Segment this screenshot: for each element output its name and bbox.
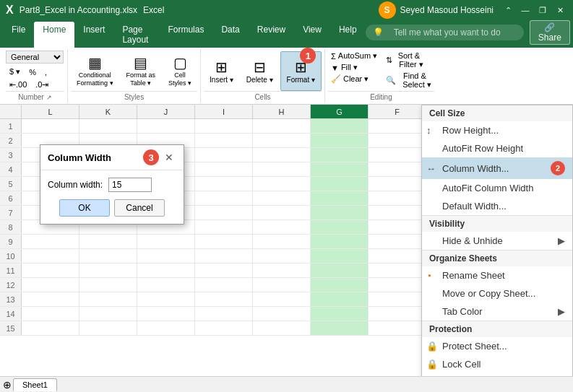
autofit-row-item[interactable]: AutoFit Row Height [422, 139, 572, 157]
protect-icon: 🔒 [426, 341, 438, 352]
tab-view[interactable]: View [294, 22, 330, 48]
tab-review[interactable]: Review [249, 22, 294, 48]
ribbon-bar: General $ ▾ % , ⇤.00 .0⇥ Number ↗ ▦ Cond [0, 48, 573, 105]
format-dropdown-menu: Cell Size ↕ Row Height... AutoFit Row He… [421, 105, 573, 376]
tab-formulas[interactable]: Formulas [159, 22, 212, 48]
filename-label: Part8_Excel in Accounting.xlsx [20, 5, 137, 15]
move-copy-item[interactable]: Move or Copy Sheet... [422, 284, 572, 302]
conditional-formatting-icon: ▦ [88, 54, 102, 71]
sort-filter-btn[interactable]: ⇅ Sort & Filter ▾ [383, 51, 434, 70]
new-sheet-btn[interactable]: ⊕ [3, 379, 12, 391]
col-header-G[interactable]: G [311, 105, 369, 118]
rename-sheet-item[interactable]: Rename Sheet [422, 266, 572, 284]
sort-icon: ⇅ [386, 56, 392, 65]
col-header-L[interactable]: L [22, 105, 79, 118]
clear-btn[interactable]: 🧹 Clear ▾ [328, 74, 380, 84]
format-table-icon: ▤ [134, 54, 147, 71]
format-cells-item[interactable]: ▤ Format Cells... [422, 373, 572, 376]
comma-btn[interactable]: , [41, 66, 51, 78]
protection-header: Protection [422, 321, 572, 337]
percent-btn[interactable]: % [25, 66, 40, 78]
close-btn[interactable]: ✕ [553, 3, 567, 17]
tab-home[interactable]: Home [34, 22, 74, 48]
cell-styles-icon: ▢ [173, 54, 187, 71]
delete-btn[interactable]: ⊟ Delete ▾ [241, 51, 279, 91]
window-controls: ⌃ — ❐ ✕ [501, 3, 567, 17]
column-width-label: Column width: [48, 180, 103, 190]
col-header-I[interactable]: I [195, 105, 253, 118]
find-icon: 🔍 [386, 76, 396, 85]
cancel-button[interactable]: Cancel [114, 199, 165, 217]
dialog-close-btn[interactable]: ✕ [162, 152, 176, 163]
dialog-title-label: Column Width [48, 152, 111, 163]
user-avatar: S [379, 1, 396, 19]
excel-logo-icon: X [6, 4, 14, 17]
currency-btn[interactable]: $ ▾ [6, 66, 24, 78]
step3-badge: 3 [143, 149, 159, 165]
delete-icon: ⊟ [254, 58, 266, 76]
app-name-label: Excel [143, 5, 164, 15]
decrease-decimal-btn[interactable]: ⇤.00 [6, 79, 30, 91]
lock-cell-icon: 🔒 [426, 359, 438, 370]
number-group-label: Number ↗ [6, 91, 64, 101]
column-width-item[interactable]: ↔ Column Width... 2 [422, 157, 572, 179]
visibility-header: Visibility [422, 215, 572, 232]
default-width-item[interactable]: Default Width... [422, 197, 572, 215]
autosum-btn[interactable]: Σ AutoSum ▾ [328, 51, 380, 61]
styles-group-label: Styles [71, 91, 197, 101]
editing-group-label: Editing [328, 91, 434, 101]
tab-page-layout[interactable]: Page Layout [113, 22, 159, 48]
tab-help[interactable]: Help [330, 22, 366, 48]
tab-color-arrow-icon: ▶ [558, 306, 565, 317]
row-height-icon: ↕ [426, 125, 431, 136]
tell-me-input[interactable] [387, 26, 517, 39]
row-height-item[interactable]: ↕ Row Height... [422, 121, 572, 139]
user-name-label: Seyed Masoud Hosseini [400, 5, 494, 15]
insert-icon: ⊞ [215, 58, 228, 76]
hide-unhide-item[interactable]: Hide & Unhide ▶ [422, 232, 572, 250]
protect-sheet-item[interactable]: 🔒 Protect Sheet... [422, 337, 572, 355]
column-width-input[interactable] [108, 178, 152, 192]
title-bar: X Part8_Excel in Accounting.xlsx Excel S… [0, 0, 573, 20]
cells-group-label: Cells [204, 91, 322, 101]
fill-icon: ▼ [331, 64, 339, 72]
number-format-dropdown[interactable]: General [6, 51, 64, 64]
format-btn[interactable]: ⊞ Format ▾ 1 [280, 51, 322, 91]
ribbon-collapse-btn[interactable]: ⌃ [501, 3, 515, 17]
cell-size-header: Cell Size [422, 105, 572, 121]
sigma-icon: Σ [331, 52, 336, 61]
ok-button[interactable]: OK [59, 199, 110, 217]
autofit-col-item[interactable]: AutoFit Column Width [422, 179, 572, 197]
col-header-J[interactable]: J [137, 105, 195, 118]
col-header-K[interactable]: K [79, 105, 137, 118]
fill-btn[interactable]: ▼ Fill ▾ [328, 62, 380, 73]
find-select-btn[interactable]: 🔍 Find & Select ▾ [383, 71, 434, 90]
organize-sheets-header: Organize Sheets [422, 250, 572, 266]
format-as-table-btn[interactable]: ▤ Format asTable ▾ [121, 51, 162, 91]
tab-data[interactable]: Data [212, 22, 248, 48]
lightbulb-icon: 💡 [373, 27, 384, 38]
lock-cell-item[interactable]: 🔒 Lock Cell [422, 355, 572, 373]
sheet-tab-bar: ⊕ Sheet1 [0, 376, 573, 392]
sheet-tab-sheet1[interactable]: Sheet1 [13, 378, 57, 391]
column-width-icon: ↔ [426, 163, 436, 174]
minimize-btn[interactable]: — [518, 3, 533, 17]
tab-insert[interactable]: Insert [74, 22, 113, 48]
tab-file[interactable]: File [3, 22, 34, 48]
insert-btn[interactable]: ⊞ Insert ▾ [204, 51, 239, 91]
clear-icon: 🧹 [331, 74, 341, 84]
cell-styles-btn[interactable]: ▢ CellStyles ▾ [163, 51, 197, 91]
increase-decimal-btn[interactable]: .0⇥ [32, 79, 52, 91]
col-header-F[interactable]: F [369, 105, 426, 118]
column-width-dialog: Column Width 3 ✕ Column width: OK Cancel [40, 144, 184, 225]
submenu-arrow-icon: ▶ [558, 235, 565, 246]
conditional-formatting-btn[interactable]: ▦ ConditionalFormatting ▾ [71, 51, 119, 91]
restore-btn[interactable]: ❐ [535, 3, 550, 17]
tab-color-item[interactable]: Tab Color ▶ [422, 302, 572, 321]
col-header-H[interactable]: H [253, 105, 311, 118]
share-button[interactable]: 🔗 Share [530, 20, 570, 45]
